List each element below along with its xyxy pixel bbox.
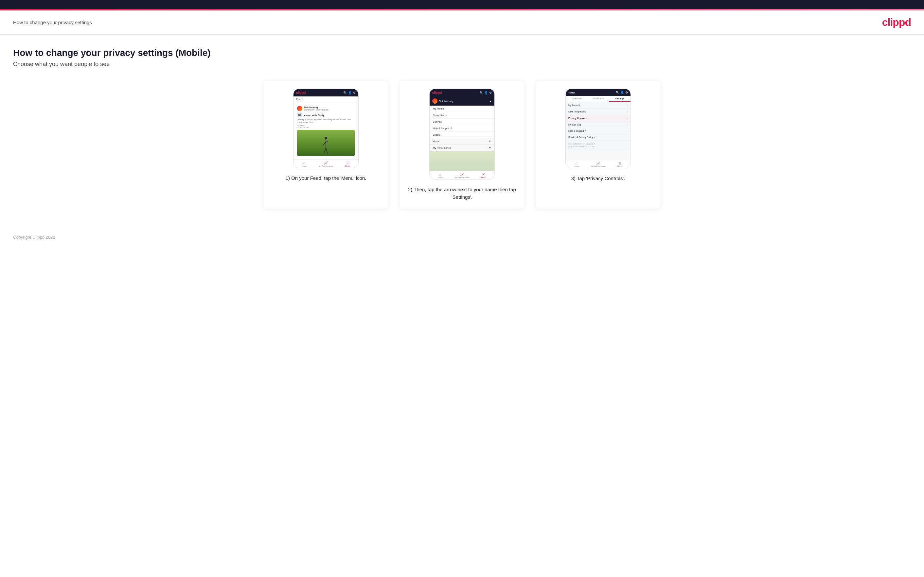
step-2-phone: clippd 🔍 👤 ⚙ Blair McHarg — [429, 89, 495, 179]
performance-label-2: My Performance — [455, 177, 469, 179]
home-label-1: Home — [302, 165, 307, 167]
copyright: Copyright Clippd 2022 — [13, 235, 55, 240]
search-icon-2: 🔍 — [479, 91, 483, 95]
header: How to change your privacy settings clip… — [0, 10, 924, 35]
step-2-caption: 2) Then, tap the arrow next to your name… — [408, 186, 516, 201]
client-version: Clippd Client Version: 2022.8.3-3 — [569, 143, 628, 145]
settings-privacy-controls[interactable]: Privacy Controls › — [566, 115, 630, 122]
nav-home-1: ⌂ Home — [294, 161, 315, 167]
header-title: How to change your privacy settings — [13, 19, 92, 25]
nav-menu-2[interactable]: ✕ Menu — [473, 172, 494, 179]
footer: Copyright Clippd 2022 — [0, 228, 924, 246]
performance-icon-3: 📈 — [596, 161, 600, 165]
person-icon: 👤 — [348, 91, 352, 95]
main-content: How to change your privacy settings (Mob… — [0, 35, 924, 228]
chevron-down-performance: ▼ — [489, 147, 491, 149]
step-1-card: clippd 🔍 👤 ⚙ Feed Blair Mc — [264, 81, 388, 209]
search-icon: 🔍 — [343, 91, 347, 95]
settings-data-integrations[interactable]: Data Integrations › — [566, 108, 630, 115]
chevron-privacy: › — [627, 117, 628, 120]
menu-overlay: Blair McHarg ▲ My Profile Connections Se… — [430, 97, 494, 171]
performance-label-1: My Performance — [319, 165, 333, 167]
nav-icons-3: 🔍 👤 ⚙ — [615, 91, 628, 94]
spacer-3 — [566, 150, 630, 160]
nav-menu-1[interactable]: ☰ Menu — [337, 161, 358, 167]
phone-logo-2: clippd — [432, 91, 442, 95]
phone-nav-2: clippd 🔍 👤 ⚙ — [430, 89, 494, 97]
duration-value: 01 hr : 30 min — [297, 127, 355, 129]
settings-my-account[interactable]: My Account › — [566, 102, 630, 108]
bottom-nav-3: ⌂ Home 📈 My Performance ☰ Menu — [566, 160, 630, 168]
nav-performance-3: 📈 My Performance — [587, 161, 609, 168]
settings-icon: ⚙ — [353, 91, 355, 95]
lesson-title: Lesson with Fordy — [303, 114, 324, 117]
menu-profile-label: My Profile — [433, 107, 444, 110]
page-subheading: Choose what you want people to see — [13, 61, 911, 68]
menu-help-label: Help & Support ↗ — [433, 127, 452, 130]
section-home-label: Home — [433, 140, 439, 143]
my-golf-bag-label: My Golf Bag — [569, 124, 581, 126]
page-heading: How to change your privacy settings (Mob… — [13, 48, 911, 58]
bottom-nav-2: ⌂ Home 📈 My Performance ✕ Menu — [430, 171, 494, 179]
tab-settings[interactable]: Settings — [609, 96, 630, 102]
person-icon-2: 👤 — [484, 91, 488, 95]
home-icon-2: ⌂ — [439, 172, 441, 176]
nav-home-3: ⌂ Home — [566, 161, 587, 168]
menu-user-row: Blair McHarg ▲ — [430, 97, 494, 106]
bottom-nav-1: ⌂ Home 📈 My Performance ☰ Menu — [294, 160, 358, 168]
privacy-controls-label: Privacy Controls — [569, 117, 586, 119]
menu-icon-1: ☰ — [346, 161, 349, 165]
chevron-integrations: › — [627, 110, 628, 113]
phone-back-bar: < Back 🔍 👤 ⚙ — [566, 89, 630, 96]
feed-tab: Feed — [294, 97, 358, 102]
home-icon-1: ⌂ — [303, 161, 305, 165]
home-label-2: Home — [438, 177, 443, 179]
menu-item-settings[interactable]: Settings — [430, 119, 494, 125]
nav-menu-3[interactable]: ☰ Menu — [609, 161, 630, 168]
settings-service-privacy[interactable]: Service & Privacy Policy ↗ — [566, 134, 630, 140]
step-3-caption: 3) Tap 'Privacy Controls'. — [571, 175, 625, 182]
step-2-card: clippd 🔍 👤 ⚙ Blair McHarg — [400, 81, 524, 209]
chevron-golf-bag: › — [627, 123, 628, 126]
menu-item-logout[interactable]: Logout — [430, 132, 494, 138]
svg-line-4 — [324, 148, 326, 154]
menu-item-profile[interactable]: My Profile — [430, 106, 494, 112]
golfer-image — [297, 130, 355, 156]
phone-post: Blair McHarg Yesterday · Sunningdale 📹 L… — [296, 104, 356, 158]
back-button[interactable]: < Back — [569, 92, 575, 94]
avatar-2 — [432, 98, 438, 104]
menu-section-home[interactable]: Home ▼ — [430, 138, 494, 145]
top-bar — [0, 0, 924, 9]
tab-connections[interactable]: Connections — [587, 96, 609, 102]
performance-icon-2: 📈 — [460, 172, 464, 176]
nav-performance-2: 📈 My Performance — [451, 172, 473, 179]
section-performance-label: My Performance — [433, 147, 451, 149]
post-meta: Blair McHarg Yesterday · Sunningdale — [304, 106, 328, 111]
nav-icons-1: 🔍 👤 ⚙ — [343, 91, 355, 95]
lesson-header: 📹 Lesson with Fordy — [297, 113, 355, 118]
svg-line-5 — [326, 148, 328, 154]
settings-my-golf-bag[interactable]: My Golf Bag › — [566, 122, 630, 128]
avatar-1 — [297, 106, 302, 111]
home-label-3: Home — [574, 165, 579, 168]
lesson-desc: Looking to feel like my hands are exitin… — [297, 119, 355, 124]
tab-myprofile[interactable]: My Profile — [566, 96, 587, 102]
step-1-caption: 1) On your Feed, tap the 'Menu' icon. — [286, 174, 367, 182]
post-date: Yesterday · Sunningdale — [304, 108, 328, 111]
menu-item-help[interactable]: Help & Support ↗ — [430, 125, 494, 132]
settings-help-support[interactable]: Help & Support ↗ — [566, 128, 630, 134]
version-text: Clippd Client Version: 2022.8.3-3 GQL Se… — [566, 140, 630, 150]
menu-item-connections[interactable]: Connections — [430, 112, 494, 119]
menu-logout-label: Logout — [433, 134, 440, 136]
svg-point-0 — [325, 137, 327, 139]
home-icon-3: ⌂ — [575, 161, 577, 165]
settings-icon-3: ⚙ — [625, 91, 628, 94]
menu-section-performance[interactable]: My Performance ▼ — [430, 145, 494, 152]
chevron-account: › — [627, 104, 628, 106]
lesson-icon: 📹 — [297, 113, 302, 117]
svg-line-2 — [323, 142, 326, 145]
post-header: Blair McHarg Yesterday · Sunningdale — [297, 106, 355, 111]
nav-home-2: ⌂ Home — [430, 172, 451, 179]
menu-label-2: Menu — [481, 177, 486, 179]
close-icon-2: ✕ — [482, 172, 485, 176]
